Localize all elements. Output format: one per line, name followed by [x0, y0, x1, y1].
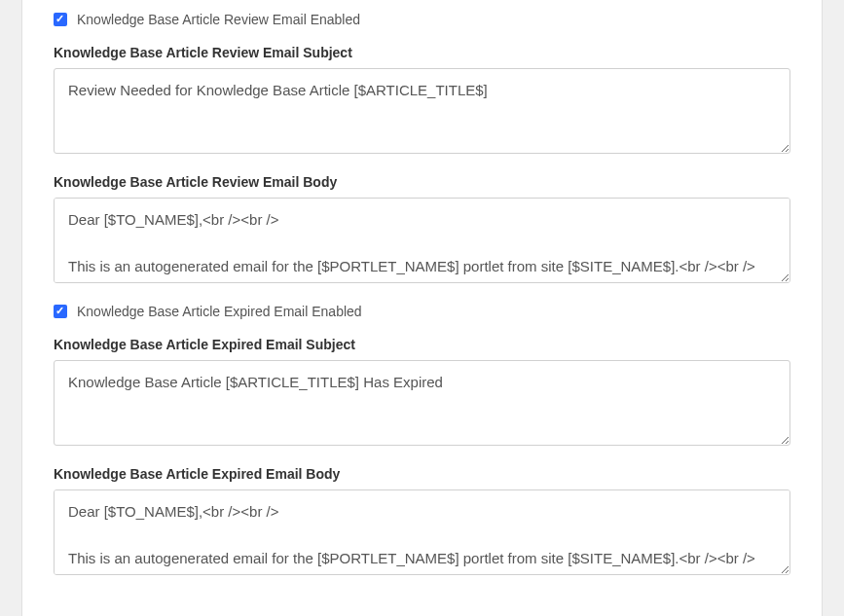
- expired-email-body-group: Knowledge Base Article Expired Email Bod…: [54, 466, 790, 578]
- expired-email-enabled-label: Knowledge Base Article Expired Email Ena…: [77, 304, 362, 319]
- review-email-subject-label: Knowledge Base Article Review Email Subj…: [54, 45, 790, 60]
- review-email-subject-group: Knowledge Base Article Review Email Subj…: [54, 45, 790, 157]
- expired-email-enabled-checkbox[interactable]: [54, 305, 67, 318]
- expired-email-subject-label: Knowledge Base Article Expired Email Sub…: [54, 337, 790, 352]
- review-email-body-label: Knowledge Base Article Review Email Body: [54, 174, 790, 190]
- review-email-body-textarea[interactable]: [54, 198, 790, 283]
- email-settings-panel: Knowledge Base Article Review Email Enab…: [21, 0, 823, 616]
- review-email-body-group: Knowledge Base Article Review Email Body: [54, 174, 790, 286]
- expired-email-body-label: Knowledge Base Article Expired Email Bod…: [54, 466, 790, 482]
- expired-email-subject-group: Knowledge Base Article Expired Email Sub…: [54, 337, 790, 449]
- review-email-subject-textarea[interactable]: [54, 68, 790, 154]
- expired-email-subject-textarea[interactable]: [54, 360, 790, 446]
- review-email-enabled-checkbox[interactable]: [54, 13, 67, 26]
- expired-email-body-textarea[interactable]: [54, 489, 790, 575]
- review-email-enabled-group: Knowledge Base Article Review Email Enab…: [54, 12, 790, 27]
- expired-email-enabled-group: Knowledge Base Article Expired Email Ena…: [54, 304, 790, 319]
- review-email-enabled-label: Knowledge Base Article Review Email Enab…: [77, 12, 360, 27]
